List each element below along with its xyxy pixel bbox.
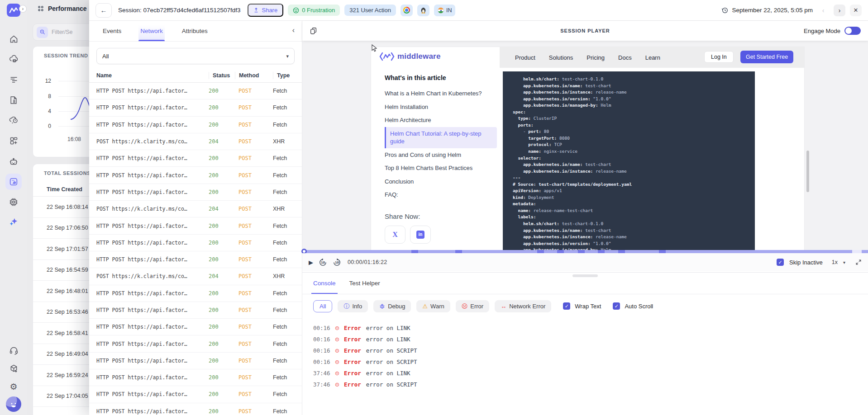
tab-attributes[interactable]: Attributes [180,21,210,41]
sidebar-item-integrations[interactable] [9,136,19,146]
network-request-row[interactable]: POST https://k.clarity.ms/co… 204 POST X… [89,201,302,217]
playback-speed[interactable]: 1x [832,259,838,265]
console-log-entry[interactable]: 00:16 ☹ Error error on SCRIPT [313,345,868,356]
toc-item[interactable]: FAQ: [385,188,506,202]
rewind-10-button[interactable]: 10 [319,258,327,267]
tab-events[interactable]: Events [101,21,123,41]
network-request-row[interactable]: HTTP POST https://api.factor… 200 POST F… [89,251,302,268]
site-login-button[interactable]: Log In [704,51,734,63]
share-x-button[interactable]: X [385,226,405,244]
network-request-row[interactable]: HTTP POST https://api.factor… 200 POST F… [89,83,302,99]
console-filter-warn[interactable]: ⚠Warn [416,300,450,312]
site-nav-link[interactable]: Docs [618,54,632,61]
network-request-row[interactable]: POST https://k.clarity.ms/co… 204 POST X… [89,133,302,150]
network-request-row[interactable]: HTTP POST https://api.factor… 200 POST F… [89,353,302,369]
middleware-logo[interactable] [7,4,20,17]
speed-chevron-icon[interactable]: ▾ [843,260,845,265]
sidebar-item-assistant[interactable] [9,157,19,167]
network-request-row[interactable]: HTTP POST https://api.factor… 200 POST F… [89,217,302,234]
sidebar-item-settings[interactable]: ⚙ [9,382,19,391]
skip-inactive-checkbox[interactable]: ✓ [777,259,784,266]
session-datetime: September 22, 2025, 5:05 pm [721,7,813,14]
network-request-row[interactable]: POST https://k.clarity.ms/co… 204 POST X… [89,268,302,285]
previous-session-button[interactable]: ‹ [817,5,829,16]
site-cta-button[interactable]: Get Started Free [740,51,793,63]
console-log-entry[interactable]: 00:16 ☹ Error error on SCRIPT [313,356,868,368]
console-log-entry[interactable]: 37:46 ☹ Error error on SCRIPT [313,379,868,390]
sidebar-item-cloud-cost[interactable] [9,54,19,64]
toc-item[interactable]: Conclusion [385,175,506,189]
toc-item[interactable]: What is a Helm Chart in Kubernetes? [385,87,506,100]
sidebar-item-logs[interactable] [9,75,19,85]
next-session-button[interactable]: › [834,5,845,16]
network-request-row[interactable]: HTTP POST https://api.factor… 200 POST F… [89,184,302,201]
toc-item[interactable]: Helm Chart Tutorial: A step-by-step guid… [385,127,497,148]
network-request-row[interactable]: HTTP POST https://api.factor… 200 POST F… [89,117,302,133]
sidebar-expand-button[interactable]: › [19,5,27,13]
tab-network[interactable]: Network [138,21,165,41]
tab-test-helper[interactable]: Test Helper [349,273,380,294]
session-header: ← Session: 07ecb72ff57d4cfed6af11512507f… [89,0,868,21]
wrap-text-checkbox[interactable]: ✓ [563,302,570,310]
sidebar-item-home[interactable] [9,34,19,44]
toc-item[interactable]: Helm Installation [385,100,506,114]
toc-item[interactable]: Top 8 Helm Charts Best Practices [385,161,506,175]
site-nav-link[interactable]: Product [515,54,535,61]
sidebar-item-alerts[interactable] [9,115,19,125]
site-nav-link[interactable]: Solutions [549,54,573,61]
network-request-row[interactable]: HTTP POST https://api.factor… 200 POST F… [89,403,302,415]
tab-console[interactable]: Console [313,273,336,294]
sidebar-item-support[interactable] [9,345,19,355]
engage-mode-toggle[interactable] [844,27,861,35]
console-filter-all[interactable]: All [313,300,332,312]
toc-item[interactable]: Pros and Cons of using Helm [385,148,506,162]
network-request-row[interactable]: HTTP POST https://api.factor… 200 POST F… [89,167,302,184]
network-request-row[interactable]: HTTP POST https://api.factor… 200 POST F… [89,319,302,335]
sidebar-item-ai[interactable] [9,217,19,226]
network-request-row[interactable]: HTTP POST https://api.factor… 200 POST F… [89,302,302,319]
forward-10-button[interactable]: 10 [333,258,341,267]
console-log-entry[interactable]: 37:46 ☹ Error error on LINK [313,368,868,379]
log-level: Error [344,358,361,365]
site-nav-link[interactable]: Learn [645,54,660,61]
play-button[interactable]: ▶ [309,259,313,266]
request-method: POST [235,189,273,195]
sidebar-item-reports[interactable] [9,95,19,105]
console-filter-debug[interactable]: Debug [373,300,411,312]
close-icon[interactable]: ✕ [850,5,862,16]
network-request-row[interactable]: HTTP POST https://api.factor… 200 POST F… [89,386,302,403]
site-nav-link[interactable]: Pricing [587,54,605,61]
console-filter-network-error[interactable]: ↔Network Error [495,300,551,312]
toc-item[interactable]: Helm Architecture [385,113,506,127]
request-method: POST [235,240,273,246]
network-panel: Events Network Attributes ‹ All ▾ Name S… [89,21,302,415]
console-log-entry[interactable]: 00:16 ☹ Error error on LINK [313,334,868,345]
fullscreen-icon[interactable] [855,259,862,265]
sidebar-item-session-replay[interactable] [9,177,19,187]
network-request-row[interactable]: HTTP POST https://api.factor… 200 POST F… [89,99,302,116]
console-filter-info[interactable]: ⓘInfo [338,300,368,312]
back-button[interactable]: ← [95,3,112,18]
network-request-row[interactable]: HTTP POST https://api.factor… 200 POST F… [89,285,302,302]
share-button[interactable]: Share [248,4,283,17]
request-status: 200 [209,307,235,313]
log-message: error on SCRIPT [366,347,417,354]
network-request-row[interactable]: HTTP POST https://api.factor… 200 POST F… [89,335,302,352]
session-title: Session: 07ecb72ff57d4cfed6af11512507fdf… [118,7,240,14]
request-type: Fetch [273,341,297,347]
network-request-row[interactable]: HTTP POST https://api.factor… 200 POST F… [89,150,302,167]
player-progress-bar[interactable] [302,250,868,253]
console-log-entry[interactable]: 00:16 ☹ Error error on LINK [313,322,868,334]
user-action-badge: 321 User Action [344,5,396,16]
user-avatar[interactable] [6,396,21,412]
network-request-row[interactable]: HTTP POST https://api.factor… 200 POST F… [89,235,302,251]
console-filter-error[interactable]: ☹Error [456,300,489,312]
auto-scroll-checkbox[interactable]: ✓ [613,302,620,310]
collapse-panel-icon[interactable]: ‹ [292,26,295,34]
site-scrollbar-thumb[interactable] [806,151,809,192]
sidebar-item-infrastructure[interactable] [9,197,19,207]
network-request-row[interactable]: HTTP POST https://api.factor… 200 POST F… [89,369,302,386]
network-filter-dropdown[interactable]: All ▾ [96,48,295,64]
sidebar-item-addons[interactable] [9,363,19,373]
share-linkedin-button[interactable]: in [410,226,431,244]
